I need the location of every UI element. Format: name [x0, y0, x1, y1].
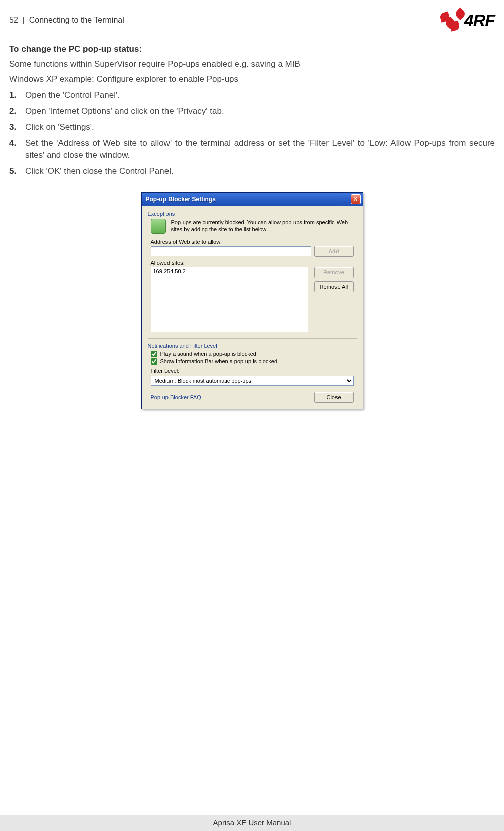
allow-icon [151, 219, 166, 234]
remove-all-button[interactable]: Remove All [314, 281, 354, 292]
intro-text-2: Windows XP example: Configure explorer t… [9, 74, 495, 84]
notifications-group-label: Notifications and Filter Level [148, 343, 357, 349]
header-left: 52 | Connecting to the Terminal [9, 16, 124, 25]
logo-icon [440, 10, 462, 30]
logo-text: 4RF [464, 11, 495, 30]
filter-level-select[interactable]: Medium: Block most automatic pop-ups [151, 376, 354, 386]
show-infobar-checkbox[interactable] [151, 358, 157, 365]
address-field-label: Address of Web site to allow: [151, 239, 357, 245]
play-sound-checkbox[interactable] [151, 351, 157, 357]
filter-level-label: Filter Level: [151, 368, 357, 374]
play-sound-label: Play a sound when a pop-up is blocked. [160, 351, 258, 357]
exceptions-group-label: Exceptions [148, 211, 357, 217]
dialog-title: Pop-up Blocker Settings [146, 196, 216, 203]
allowed-sites-label: Allowed sites: [151, 260, 357, 266]
brand-logo: 4RF [440, 10, 495, 30]
steps-list: Open the 'Control Panel'. Open 'Internet… [9, 89, 495, 177]
header-section: Connecting to the Terminal [29, 16, 124, 24]
page-footer: Aprisa XE User Manual [0, 815, 504, 831]
dialog-titlebar[interactable]: Pop-up Blocker Settings X [142, 193, 363, 206]
show-infobar-label: Show Information Bar when a pop-up is bl… [160, 358, 279, 364]
popup-blocker-dialog: Pop-up Blocker Settings X Exceptions Pop… [141, 192, 363, 409]
section-title: To change the PC pop-up status: [9, 44, 495, 54]
step-item: Open the 'Control Panel'. [9, 89, 495, 101]
intro-text-1: Some functions within SuperVisor require… [9, 59, 495, 69]
separator [148, 338, 357, 339]
allowed-sites-list[interactable]: 169.254.50.2 [151, 267, 308, 332]
step-item: Set the 'Address of Web site to allow' t… [9, 137, 495, 161]
allowed-site-item[interactable]: 169.254.50.2 [153, 268, 306, 274]
show-infobar-row[interactable]: Show Information Bar when a pop-up is bl… [148, 358, 357, 365]
step-item: Click on 'Settings'. [9, 121, 495, 133]
add-button[interactable]: Add [314, 246, 354, 257]
step-item: Click 'OK' then close the Control Panel. [9, 165, 495, 177]
step-item: Open 'Internet Options' and click on the… [9, 105, 495, 117]
address-input[interactable] [151, 246, 311, 256]
header-separator: | [23, 16, 25, 24]
page-header: 52 | Connecting to the Terminal 4RF [9, 10, 495, 30]
exceptions-description: Pop-ups are currently blocked. You can a… [171, 219, 357, 233]
remove-button[interactable]: Remove [314, 267, 354, 278]
footer-text: Aprisa XE User Manual [213, 818, 291, 827]
faq-link[interactable]: Pop-up Blocker FAQ [151, 394, 201, 400]
close-icon[interactable]: X [351, 194, 361, 204]
close-button[interactable]: Close [314, 392, 354, 403]
page-number: 52 [9, 16, 18, 24]
play-sound-row[interactable]: Play a sound when a pop-up is blocked. [148, 351, 357, 357]
